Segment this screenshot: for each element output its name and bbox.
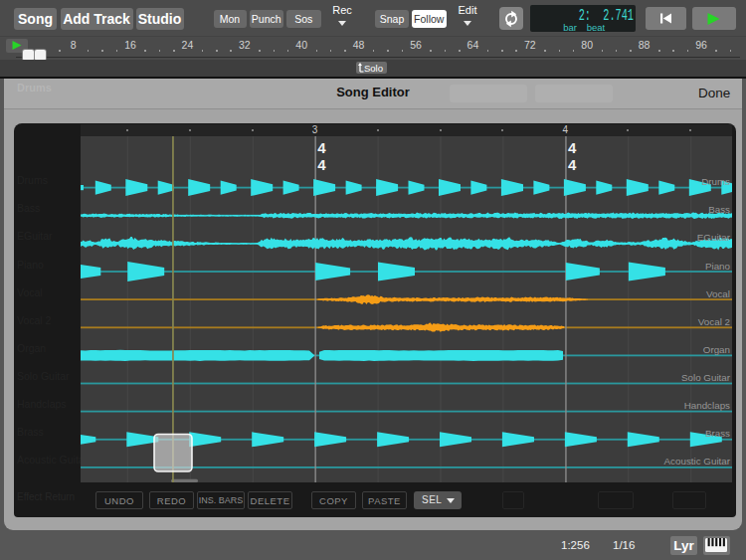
svg-text:Piano: Piano: [704, 260, 730, 271]
svg-text:EGuitar: EGuitar: [696, 232, 730, 243]
svg-text:4: 4: [568, 139, 577, 156]
svg-text:Bass: Bass: [708, 204, 730, 215]
svg-text:Acoustic Guitar: Acoustic Guitar: [663, 456, 730, 467]
svg-text:Vocal: Vocal: [706, 287, 730, 298]
svg-text:Solo Guitar: Solo Guitar: [680, 372, 730, 383]
svg-text:4: 4: [568, 155, 577, 172]
svg-text:4: 4: [317, 139, 326, 156]
svg-text:4: 4: [317, 155, 326, 172]
svg-text:Handclaps: Handclaps: [683, 400, 729, 411]
svg-text:Brass: Brass: [704, 428, 729, 439]
svg-text:Organ: Organ: [702, 343, 729, 354]
svg-text:Vocal 2: Vocal 2: [697, 315, 729, 326]
svg-text:Drums: Drums: [701, 176, 730, 187]
